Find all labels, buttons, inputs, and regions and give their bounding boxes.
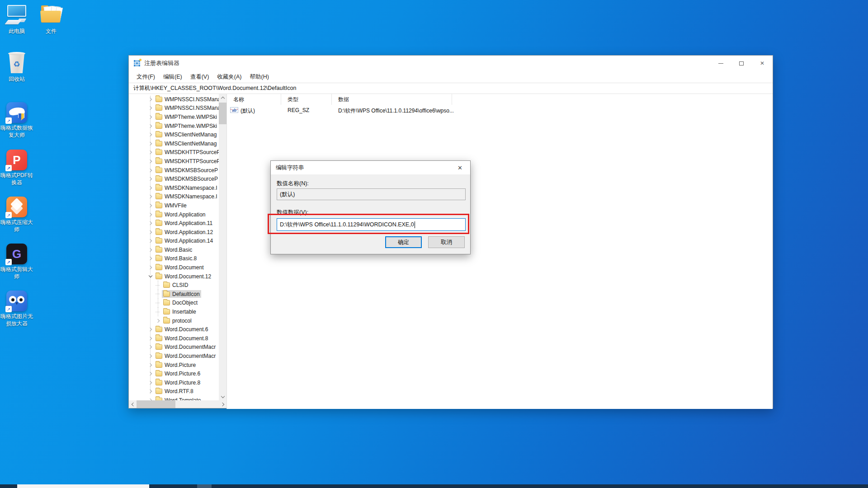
menu-help[interactable]: 帮助(H)	[245, 73, 273, 81]
chevron-expanded-icon[interactable]	[147, 273, 154, 280]
desktop-icon-this-pc[interactable]: 此电脑	[0, 4, 34, 35]
taskbar-app-button[interactable]	[197, 484, 212, 488]
tree-item[interactable]: Word.Document.8	[129, 334, 219, 343]
chevron-collapsed-icon[interactable]	[147, 335, 154, 342]
chevron-collapsed-icon[interactable]	[147, 264, 154, 271]
ok-button[interactable]: 确定	[385, 236, 422, 248]
scroll-left-icon[interactable]	[129, 400, 137, 408]
chevron-collapsed-icon[interactable]	[147, 193, 154, 200]
chevron-collapsed-icon[interactable]	[147, 167, 154, 174]
tree-item[interactable]: WMSDKMSBSourceP	[129, 174, 219, 183]
tree-item[interactable]: Word.Picture.6	[129, 369, 219, 378]
tree-item[interactable]: WMSDKHTTPSourceP	[129, 157, 219, 166]
chevron-collapsed-icon[interactable]	[147, 211, 154, 218]
value-name-field[interactable]: (默认)	[277, 188, 466, 200]
minimize-button[interactable]	[710, 56, 731, 71]
chevron-collapsed-icon[interactable]	[147, 202, 154, 209]
chevron-collapsed-icon[interactable]	[147, 220, 154, 227]
scroll-down-icon[interactable]	[219, 393, 226, 400]
tree-vertical-scrollbar[interactable]	[219, 94, 226, 400]
chevron-collapsed-icon[interactable]	[147, 255, 154, 262]
chevron-collapsed-icon[interactable]	[147, 388, 154, 395]
tree-item[interactable]: Word.Application.14	[129, 237, 219, 246]
chevron-collapsed-icon[interactable]	[147, 246, 154, 253]
tree-item[interactable]: CLSID	[129, 281, 219, 290]
column-header-data[interactable]: 数据	[332, 94, 452, 105]
cancel-button[interactable]: 取消	[428, 236, 465, 248]
chevron-collapsed-icon[interactable]	[147, 343, 154, 351]
tree-item[interactable]: Word.Document	[129, 263, 219, 272]
tree-item[interactable]: Word.RTF.8	[129, 387, 219, 396]
chevron-collapsed-icon[interactable]	[147, 96, 154, 103]
chevron-collapsed-icon[interactable]	[147, 370, 154, 377]
tree-item[interactable]: WMSDKNamespace.I	[129, 183, 219, 192]
chevron-collapsed-icon[interactable]	[147, 379, 154, 386]
tree-item[interactable]: Word.Document.6	[129, 325, 219, 334]
scroll-up-icon[interactable]	[219, 94, 226, 102]
tree-item[interactable]: DefaultIcon	[129, 290, 219, 299]
desktop-icon-image-enlarger[interactable]: ↗ 嗨格式图片无损放大器	[0, 291, 34, 327]
title-bar[interactable]: 注册表编辑器 ✕	[129, 56, 773, 71]
column-header-name[interactable]: 名称	[227, 94, 281, 105]
chevron-collapsed-icon[interactable]	[147, 397, 154, 400]
tree-item[interactable]: WMPTheme.WMPSki	[129, 122, 219, 131]
horizontal-scroll-thumb[interactable]	[137, 400, 175, 408]
tree-item[interactable]: WMSClientNetManag	[129, 130, 219, 139]
tree-item[interactable]: Word.DocumentMacr	[129, 343, 219, 352]
menu-view[interactable]: 查看(V)	[186, 73, 213, 81]
menu-favorites[interactable]: 收藏夹(A)	[213, 73, 245, 81]
tree-item[interactable]: protocol	[129, 316, 219, 325]
chevron-collapsed-icon[interactable]	[147, 184, 154, 192]
tree-item[interactable]: WMSClientNetManag	[129, 139, 219, 148]
chevron-collapsed-icon[interactable]	[147, 131, 154, 138]
tree-item[interactable]: WMVFile	[129, 201, 219, 210]
tree-item[interactable]: Word.Basic	[129, 245, 219, 254]
maximize-button[interactable]	[731, 56, 752, 71]
chevron-collapsed-icon[interactable]	[155, 317, 162, 324]
chevron-collapsed-icon[interactable]	[147, 140, 154, 147]
tree-item[interactable]: WMSDKNamespace.I	[129, 192, 219, 202]
chevron-collapsed-icon[interactable]	[147, 326, 154, 333]
chevron-collapsed-icon[interactable]	[147, 104, 154, 112]
taskbar[interactable]	[0, 484, 868, 488]
column-header-type[interactable]: 类型	[281, 94, 332, 105]
tree-horizontal-scrollbar[interactable]	[129, 400, 226, 408]
tree-item[interactable]: Word.Document.12	[129, 272, 219, 281]
value-row[interactable]: "ab" (默认) REG_SZ D:\软件\WPS Office\11.1.0…	[227, 106, 773, 115]
desktop-icon-data-recovery[interactable]: ↗ 嗨格式数据恢复大师	[0, 102, 34, 139]
tree-item[interactable]: DocObject	[129, 299, 219, 308]
chevron-collapsed-icon[interactable]	[147, 175, 154, 183]
desktop-icon-compressor[interactable]: ↗ 嗨格式压缩大师	[0, 197, 34, 233]
taskbar-search-box[interactable]	[17, 484, 149, 488]
tree-item[interactable]: Word.Picture	[129, 361, 219, 370]
tree-item[interactable]: Insertable	[129, 307, 219, 316]
tree-item[interactable]: WMPNSSCI.NSSMana	[129, 104, 219, 113]
menu-file[interactable]: 文件(F)	[132, 73, 159, 81]
tree-item[interactable]: WMPNSSCI.NSSMana	[129, 95, 219, 104]
desktop-icon-recycle-bin[interactable]: ♻ 回收站	[0, 52, 34, 83]
tree-item[interactable]: Word.Picture.8	[129, 378, 219, 387]
tree-item[interactable]: Word.DocumentMacr	[129, 352, 219, 361]
address-bar[interactable]: 计算机\HKEY_CLASSES_ROOT\Word.Document.12\D…	[129, 83, 773, 94]
close-button[interactable]: ✕	[752, 56, 773, 71]
chevron-collapsed-icon[interactable]	[147, 113, 154, 121]
desktop-icon-pdf-converter[interactable]: P ↗ 嗨格式PDF转换器	[0, 150, 34, 186]
tree-item[interactable]: Word.Basic.8	[129, 254, 219, 263]
chevron-collapsed-icon[interactable]	[147, 361, 154, 369]
chevron-collapsed-icon[interactable]	[147, 352, 154, 360]
chevron-collapsed-icon[interactable]	[147, 229, 154, 236]
dialog-close-button[interactable]: ✕	[450, 161, 470, 174]
chevron-collapsed-icon[interactable]	[147, 122, 154, 130]
desktop-icon-files-folder[interactable]: 文件	[33, 4, 69, 35]
chevron-collapsed-icon[interactable]	[147, 149, 154, 156]
desktop-icon-video-editor[interactable]: G ↗ 嗨格式剪辑大师	[0, 244, 34, 280]
tree-item[interactable]: Word.Application	[129, 210, 219, 219]
chevron-collapsed-icon[interactable]	[147, 237, 154, 244]
tree-item[interactable]: WMPTheme.WMPSki	[129, 113, 219, 122]
tree-item[interactable]: WMSDKMSBSourceP	[129, 166, 219, 175]
scroll-right-icon[interactable]	[219, 400, 226, 408]
tree-item[interactable]: WMSDKHTTPSourceP	[129, 148, 219, 157]
tree-item[interactable]: Word.Application.11	[129, 219, 219, 228]
tree-item[interactable]: Word.Template	[129, 396, 219, 400]
menu-edit[interactable]: 编辑(E)	[159, 73, 186, 81]
